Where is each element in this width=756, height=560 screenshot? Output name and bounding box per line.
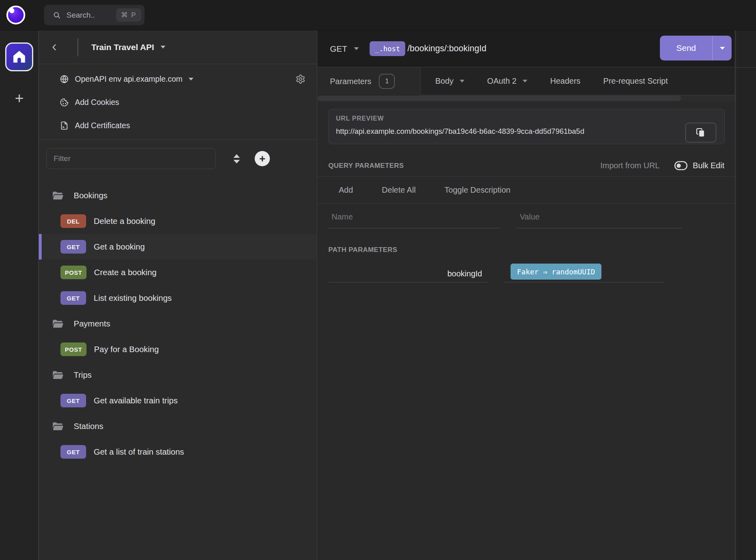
search-input[interactable]: Search.. ⌘ P xyxy=(44,5,145,25)
request-panel: GET _.host /bookings/:bookingId Send Par… xyxy=(318,30,735,560)
tab-label: Headers xyxy=(550,77,581,86)
path-parameter-row: Faker ⇒ randomUUID xyxy=(328,260,724,282)
workspace-title-dropdown[interactable]: Train Travel API xyxy=(91,42,165,52)
path-name-input[interactable] xyxy=(328,269,488,282)
path-parameters-label: PATH PARAMETERS xyxy=(328,246,397,254)
faker-template-chip[interactable]: Faker ⇒ randomUUID xyxy=(511,264,601,280)
folder-open-icon xyxy=(52,318,64,330)
query-parameters-label: QUERY PARAMETERS xyxy=(328,162,404,170)
app-window: Search.. ⌘ P + Train Travel API xyxy=(0,0,756,560)
method-badge: GET xyxy=(60,291,86,305)
tree-item-label: Pay for a Booking xyxy=(94,344,159,354)
tab-label: OAuth 2 xyxy=(487,77,517,86)
tree-item-label: Payments xyxy=(74,319,110,328)
tab-headers[interactable]: Headers xyxy=(550,77,581,86)
host-variable-chip[interactable]: _.host xyxy=(370,41,405,56)
tree-request-row[interactable]: POST Create a booking xyxy=(39,260,317,285)
tree-folder-row[interactable]: Stations xyxy=(39,413,317,439)
cookie-icon xyxy=(60,98,69,107)
action-delete-all[interactable]: Delete All xyxy=(382,185,416,195)
filter-row: + xyxy=(39,140,317,176)
send-button[interactable]: Send xyxy=(660,36,732,60)
sidebar-quick-rows: OpenAPI env api.example.com Add Cookies xyxy=(39,64,317,139)
action-add[interactable]: Add xyxy=(339,185,353,195)
action-toggle-description[interactable]: Toggle Description xyxy=(444,185,511,195)
send-options-dropdown[interactable] xyxy=(713,47,732,50)
tabs-scrollbar-track xyxy=(318,95,735,101)
tree-folder-row[interactable]: Trips xyxy=(39,362,317,388)
query-name-input[interactable] xyxy=(328,211,501,223)
bulk-edit-label: Bulk Edit xyxy=(693,161,724,170)
tree-request-row[interactable]: GET Get a booking xyxy=(39,234,317,260)
tab-label: Body xyxy=(435,77,454,86)
tree-request-row[interactable]: DEL Delete a booking xyxy=(39,208,317,234)
send-label: Send xyxy=(660,43,712,53)
workspace-home-button[interactable] xyxy=(5,42,33,71)
tree-item-label: List existing bookings xyxy=(94,293,172,303)
add-cookies-button[interactable]: Add Cookies xyxy=(39,91,317,114)
tab-pre-request-script[interactable]: Pre-request Script xyxy=(603,77,668,86)
add-certificates-label: Add Certificates xyxy=(75,121,130,130)
environment-selector[interactable]: OpenAPI env api.example.com xyxy=(39,67,317,91)
gear-icon[interactable] xyxy=(296,74,306,84)
tab-label: Pre-request Script xyxy=(603,77,668,86)
tree-request-row[interactable]: GET Get a list of train stations xyxy=(39,439,317,465)
tree-folder-row[interactable]: Bookings xyxy=(39,183,317,208)
divider xyxy=(318,203,735,203)
filter-input[interactable] xyxy=(46,148,216,169)
copy-url-button[interactable] xyxy=(685,123,716,143)
tree-item-label: Get a list of train stations xyxy=(94,447,184,457)
search-placeholder: Search.. xyxy=(66,11,116,20)
tree-request-row[interactable]: GET List existing bookings xyxy=(39,285,317,311)
search-shortcut-badge: ⌘ P xyxy=(116,8,141,22)
chevron-down-icon xyxy=(460,80,464,83)
folder-open-icon xyxy=(52,420,64,433)
add-certificates-button[interactable]: Add Certificates xyxy=(39,114,317,137)
add-cookies-label: Add Cookies xyxy=(75,98,119,107)
method-badge: POST xyxy=(60,266,86,279)
parameters-count-badge: 1 xyxy=(379,74,395,89)
chevron-down-icon xyxy=(720,47,725,50)
plus-icon: + xyxy=(259,153,265,164)
tree-item-label: Get available train trips xyxy=(94,396,178,405)
certificate-icon xyxy=(60,121,69,130)
folder-open-icon xyxy=(52,189,64,202)
copy-icon xyxy=(696,127,706,138)
tree-folder-row[interactable]: Payments xyxy=(39,311,317,336)
query-value-input[interactable] xyxy=(517,211,683,223)
toggle-icon xyxy=(674,161,688,170)
tree-item-label: Get a booking xyxy=(94,242,145,252)
sort-icon[interactable] xyxy=(231,153,242,165)
sidebar: Train Travel API OpenAPI env api.example… xyxy=(39,30,317,560)
url-path-input[interactable]: /bookings/:bookingId xyxy=(407,44,486,54)
globe-icon xyxy=(60,75,69,84)
import-from-url-button[interactable]: Import from URL xyxy=(600,161,659,170)
tab-parameters[interactable]: Parameters 1 xyxy=(318,67,420,95)
add-workspace-button[interactable]: + xyxy=(15,91,24,106)
method-badge: GET xyxy=(60,240,86,254)
workspace-rail: + xyxy=(0,30,39,560)
url-preview-label: URL PREVIEW xyxy=(336,115,724,122)
tabs-scrollbar-thumb[interactable] xyxy=(318,96,681,101)
workspace-title: Train Travel API xyxy=(91,42,154,52)
method-badge: GET xyxy=(60,445,86,459)
bulk-edit-toggle[interactable]: Bulk Edit xyxy=(674,161,724,170)
chevron-down-icon xyxy=(523,80,527,83)
right-collapsed-panel[interactable] xyxy=(736,30,756,560)
add-request-button[interactable]: + xyxy=(255,151,270,166)
back-chevron-icon[interactable] xyxy=(50,43,59,52)
tab-oauth-2[interactable]: OAuth 2 xyxy=(487,77,527,86)
tree-item-label: Trips xyxy=(74,370,92,380)
tab-label: Parameters xyxy=(330,77,371,86)
path-parameters-header: PATH PARAMETERS xyxy=(328,246,724,254)
environment-label: OpenAPI env api.example.com xyxy=(75,75,183,84)
query-actions: AddDelete AllToggle Description xyxy=(328,177,724,203)
chevron-down-icon xyxy=(189,78,193,81)
tab-body[interactable]: Body xyxy=(435,77,464,86)
method-dropdown[interactable]: GET xyxy=(330,44,359,54)
url-preview-value: http://api.example.com/bookings/7ba19c46… xyxy=(336,127,724,136)
sidebar-header: Train Travel API xyxy=(39,30,317,64)
tree-request-row[interactable]: POST Pay for a Booking xyxy=(39,336,317,362)
tree-request-row[interactable]: GET Get available train trips xyxy=(39,388,317,413)
parameters-pane: URL PREVIEW http://api.example.com/booki… xyxy=(318,101,735,282)
